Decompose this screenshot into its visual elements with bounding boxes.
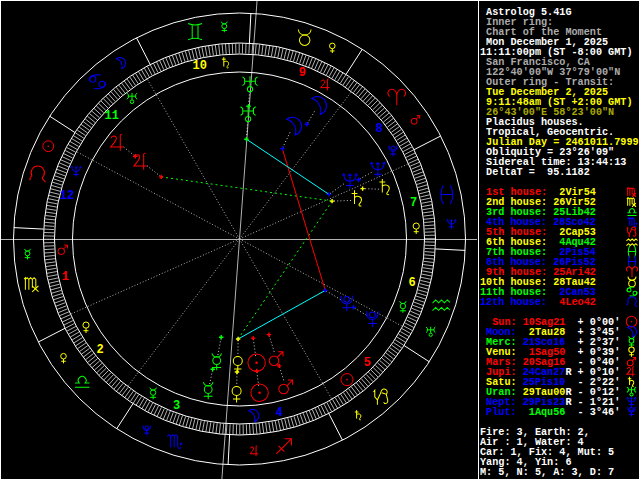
svg-text:8: 8 [375,122,382,136]
svg-text:3: 3 [173,399,180,413]
svg-text:DeltaT = 95.1182: DeltaT = 95.1182 [486,166,590,178]
svg-text:9: 9 [299,66,306,80]
svg-text:4: 4 [276,406,283,420]
svg-text:R: R [565,396,572,408]
svg-text:11: 11 [104,109,118,123]
svg-text:- 3°46': - 3°46' [578,406,621,418]
svg-text:6: 6 [408,276,415,290]
svg-text:7: 7 [410,196,417,210]
svg-text:12: 12 [60,189,74,203]
svg-text:1Aqu56: 1Aqu56 [523,406,566,418]
svg-text:12th house:: 12th house: [480,296,547,308]
svg-text:2: 2 [96,343,103,357]
svg-text:R: R [565,366,572,378]
svg-text:4Leo42: 4Leo42 [553,296,596,308]
svg-text:10: 10 [193,59,207,73]
svg-text:1: 1 [62,270,69,284]
svg-text:5: 5 [364,356,371,370]
svg-text:Plut:: Plut: [486,406,516,418]
svg-text:M: 5, N: 5, A: 3, D: 7: M: 5, N: 5, A: 3, D: 7 [480,466,614,478]
